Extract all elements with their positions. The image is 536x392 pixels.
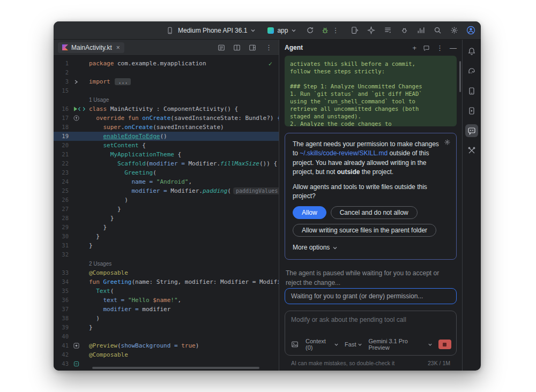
code-row: 37 modifier = modifier — [54, 305, 279, 314]
line-number[interactable]: 34 — [54, 277, 72, 287]
line-number[interactable]: 28 — [54, 214, 72, 223]
code-row: 38 ) — [54, 314, 279, 323]
chat-history-icon[interactable] — [423, 44, 430, 51]
chat-input-box[interactable]: Modify or ask about the pending tool cal… — [285, 311, 457, 356]
agent-more-icon[interactable]: ⋮ — [436, 44, 443, 52]
rerun-icon[interactable] — [305, 26, 315, 35]
line-number[interactable]: 19 — [54, 132, 72, 141]
device-selector[interactable]: Medium Phone API 36.1 — [162, 24, 259, 37]
line-number[interactable]: 17 — [54, 114, 72, 123]
line-number[interactable]: 21 — [54, 150, 72, 159]
run-gutter-icon[interactable] — [72, 106, 86, 112]
horizontal-scrollbar[interactable] — [92, 367, 259, 369]
bug-report-icon[interactable] — [399, 26, 409, 35]
build-tools-icon[interactable] — [465, 144, 478, 157]
user-avatar[interactable] — [466, 26, 475, 35]
code-row: 18 super.onCreate(savedInstanceState) — [54, 123, 279, 132]
cancel-button[interactable]: Cancel and do not allow — [331, 206, 418, 219]
inspection-ok-icon[interactable]: ✓ — [269, 60, 272, 67]
line-number[interactable]: 32 — [54, 250, 72, 259]
line-number[interactable]: 39 — [54, 323, 72, 332]
notifications-bell-icon[interactable] — [465, 45, 478, 58]
ai-assist-icon[interactable] — [366, 26, 376, 35]
line-number[interactable]: 35 — [54, 287, 72, 296]
code-text: modifier = Modifier.padding(paddingValue… — [86, 186, 279, 195]
line-number[interactable]: 24 — [54, 177, 72, 186]
agent-chat-content: activates this skill before a commit,fol… — [279, 56, 462, 371]
code-row: 21 MyApplicationTheme { — [54, 150, 279, 159]
chevron-down-icon — [250, 28, 256, 33]
permission-settings-icon[interactable] — [444, 139, 451, 146]
device-streaming-icon[interactable] — [349, 26, 359, 35]
split-editor-icon[interactable] — [232, 43, 242, 52]
code-row: 15 — [54, 86, 279, 95]
profiler-icon[interactable] — [416, 26, 426, 35]
line-number[interactable]: 16 — [54, 104, 72, 114]
stop-icon — [443, 343, 446, 346]
debug-icon[interactable] — [320, 26, 330, 35]
line-number[interactable]: 33 — [54, 268, 72, 277]
code-row: 40 — [54, 332, 279, 341]
code-text: Text( — [86, 287, 114, 296]
line-number[interactable]: 27 — [54, 205, 72, 214]
settings-gear-icon[interactable] — [449, 26, 459, 35]
preview-gutter-icon[interactable] — [72, 343, 86, 349]
code-text: } — [86, 214, 114, 223]
minimize-panel-icon[interactable]: — — [450, 44, 457, 52]
model-dropdown[interactable]: Gemini 3.1 Pro Preview — [368, 338, 432, 351]
tabbar-more-icon[interactable]: ⋮ — [263, 43, 274, 51]
code-editor[interactable]: 1package com.example.myapplication23impo… — [54, 56, 279, 371]
context-dropdown[interactable]: Context (0) — [306, 338, 339, 351]
override-gutter-icon[interactable] — [72, 115, 86, 121]
fold-gutter-icon[interactable] — [72, 79, 86, 85]
run-config-selector[interactable]: app — [264, 25, 300, 36]
line-number[interactable]: 23 — [54, 168, 72, 177]
running-devices-icon[interactable] — [465, 104, 478, 117]
agent-scrollbar[interactable] — [459, 61, 461, 92]
chat-input-placeholder[interactable]: Modify or ask about the pending tool cal… — [285, 311, 456, 334]
line-number[interactable]: 37 — [54, 305, 72, 314]
allow-parent-folder-button[interactable]: Allow writing source files in the parent… — [293, 224, 436, 237]
line-number[interactable]: 22 — [54, 159, 72, 168]
line-number[interactable]: 40 — [54, 332, 72, 341]
line-number[interactable]: 20 — [54, 141, 72, 150]
run-more-icon[interactable]: ⋮ — [330, 26, 341, 34]
line-number[interactable]: 38 — [54, 314, 72, 323]
more-options-button[interactable]: More options — [293, 243, 449, 252]
tabbar-icon-group: ⋮ — [217, 43, 274, 52]
line-number[interactable]: 41 — [54, 341, 72, 350]
line-number[interactable]: 36 — [54, 296, 72, 305]
device-manager-icon[interactable] — [465, 85, 478, 97]
search-icon[interactable] — [433, 26, 442, 35]
reader-mode-icon[interactable] — [217, 43, 226, 52]
allow-button[interactable]: Allow — [293, 206, 326, 219]
preview-layout-icon[interactable] — [248, 43, 257, 52]
tab-close-icon[interactable]: × — [115, 44, 120, 51]
logcat-icon[interactable] — [383, 26, 392, 35]
compose-gutter-icon[interactable] — [72, 361, 86, 367]
speed-dropdown[interactable]: Fast — [345, 341, 362, 348]
line-number[interactable]: 26 — [54, 195, 72, 205]
code-row: 34fun Greeting(name: String, modifier: M… — [54, 277, 279, 287]
gradle-icon[interactable] — [465, 65, 478, 78]
skill-file-link[interactable]: ~/.skills/code-review/SKILL.md — [300, 149, 388, 157]
code-row: 16class MainActivity : ComponentActivity… — [54, 104, 279, 114]
line-number[interactable]: 25 — [54, 186, 72, 195]
line-number[interactable]: 43 — [54, 359, 72, 368]
permission-card: The agent needs your permission to make … — [285, 133, 457, 260]
stop-button[interactable] — [438, 340, 451, 349]
line-number[interactable]: 1 — [54, 59, 72, 68]
line-number[interactable]: 3 — [54, 77, 72, 86]
line-number[interactable]: 2 — [54, 68, 72, 77]
line-number[interactable]: 42 — [54, 350, 72, 359]
line-number[interactable]: 29 — [54, 223, 72, 232]
line-number[interactable]: 15 — [54, 86, 72, 95]
line-number[interactable]: 30 — [54, 232, 72, 241]
line-number[interactable]: 18 — [54, 123, 72, 132]
agent-tool-icon[interactable] — [465, 124, 478, 137]
attach-image-icon[interactable] — [290, 340, 300, 349]
new-chat-icon[interactable]: + — [412, 44, 416, 52]
tab-mainactivity[interactable]: MainActivity.kt × — [58, 42, 124, 53]
line-number[interactable]: 31 — [54, 241, 72, 250]
code-row: 26 ) — [54, 195, 279, 205]
